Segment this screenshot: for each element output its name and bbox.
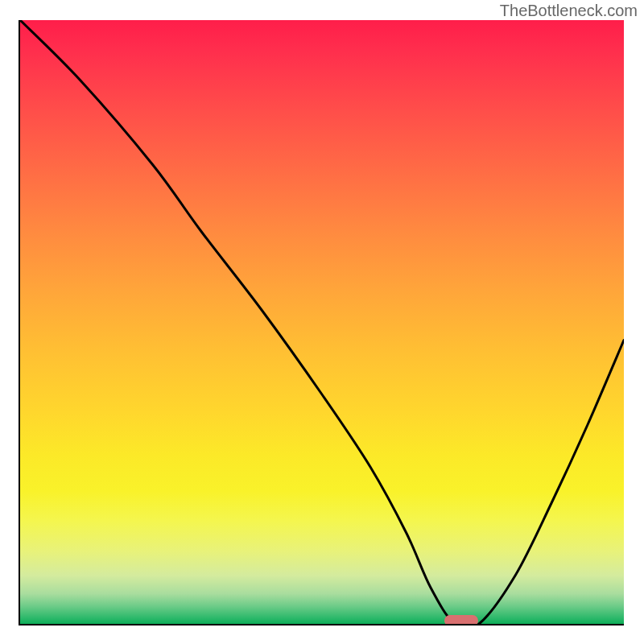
x-axis [20, 624, 624, 625]
plot-area [20, 20, 624, 624]
watermark-text: TheBottleneck.com [500, 2, 638, 20]
bottleneck-curve [20, 20, 624, 624]
curve-svg [20, 20, 624, 624]
optimal-marker [444, 615, 478, 624]
y-axis [19, 20, 20, 625]
